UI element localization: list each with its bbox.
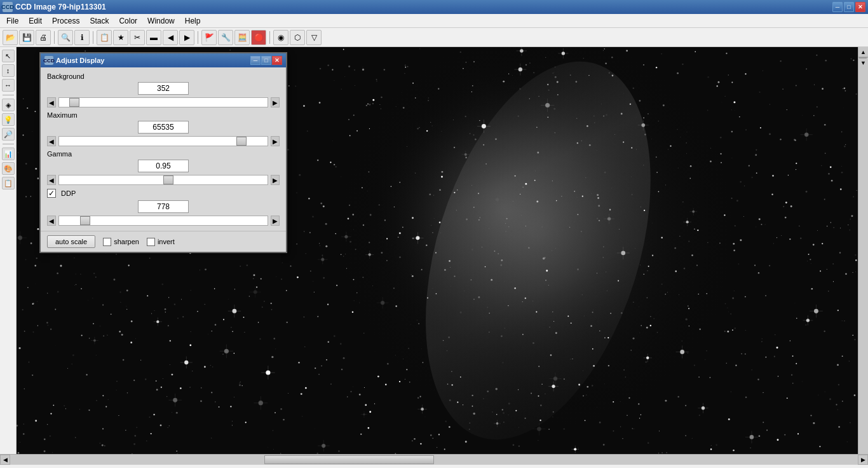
maximum-slider-left[interactable]: ◀ [47,136,56,146]
ddp-slider-row: ◀ ▶ [47,216,280,226]
menu-edit[interactable]: Edit [24,14,47,27]
window-controls: ─ □ ✕ [832,2,865,12]
title-bar: CCD CCD Image 79-hip113301 ─ □ ✕ [0,0,868,14]
toolbar-flag[interactable]: 🚩 [201,30,217,45]
background-slider-track[interactable] [58,97,268,107]
gamma-slider-left[interactable]: ◀ [47,175,56,185]
panel-icon: CCD [44,56,53,65]
horizontal-scroll-track[interactable] [10,455,858,464]
maximum-slider-row: ◀ ▶ [47,136,280,146]
image-area[interactable]: CCD Adjust Display ─ □ ✕ Background ◀ [17,47,858,454]
close-button[interactable]: ✕ [855,2,865,12]
sharpen-label: sharpen [114,238,139,245]
background-slider-left[interactable]: ◀ [47,97,56,107]
menu-file[interactable]: File [1,14,24,27]
tool-histogram[interactable]: 📊 [2,148,15,160]
tool-palette[interactable]: 🎨 [2,162,15,175]
ddp-input-row [47,200,280,213]
toolbar-print[interactable]: 🖨 [36,30,51,45]
maximum-input[interactable] [138,121,189,134]
scroll-down-button[interactable]: ▼ [858,57,868,67]
toolbar-search[interactable]: 🔍 [58,30,73,45]
gamma-slider-row: ◀ ▶ [47,175,280,185]
invert-checkbox-label[interactable]: invert [147,238,175,246]
toolbar-calc[interactable]: 🧮 [234,30,250,45]
toolbar-info[interactable]: ℹ [74,30,90,45]
ddp-label: DDP [61,189,76,197]
auto-scale-button[interactable]: auto scale [47,235,95,248]
left-tool-sep2 [3,144,14,144]
tool-zoom[interactable]: 🔎 [2,128,15,141]
toolbar-sep4 [269,31,270,44]
menu-color[interactable]: Color [114,14,142,27]
tool-arrow-vert[interactable]: ↕ [2,64,15,77]
ddp-row: ✓ DDP [47,189,280,198]
gamma-slider-right[interactable]: ▶ [271,175,280,185]
minimize-button[interactable]: ─ [832,2,843,12]
tool-arrow-horiz[interactable]: ↔ [2,79,15,92]
ddp-slider-track[interactable] [58,216,268,226]
horizontal-scrollbar[interactable]: ◀ ▶ [0,454,868,464]
scroll-right-button[interactable]: ▶ [858,455,868,465]
toolbar-save[interactable]: 💾 [19,30,34,45]
panel-title-bar[interactable]: CCD Adjust Display ─ □ ✕ [41,53,286,67]
toolbar-open[interactable]: 📂 [3,30,18,45]
toolbar-prev[interactable]: ◀ [163,30,178,45]
gamma-slider-track[interactable] [58,175,268,185]
toolbar-sep2 [93,31,93,44]
tool-light[interactable]: 💡 [2,113,15,126]
tool-clipboard[interactable]: 📋 [2,177,15,189]
maximum-slider-track[interactable] [58,136,268,146]
toolbar-clip[interactable]: 📋 [97,30,112,45]
sharpen-checkbox[interactable] [103,238,111,246]
panel-title-text: Adjust Display [56,57,250,64]
toolbar-funnel[interactable]: ▽ [306,30,322,45]
gamma-label: Gamma [47,150,280,158]
panel-minimize-button[interactable]: ─ [250,56,261,65]
toolbar-sep3 [198,31,198,44]
toolbar-hex[interactable]: ⬡ [290,30,305,45]
horizontal-scroll-thumb[interactable] [264,455,434,464]
app-icon: CCD [3,2,13,12]
ddp-input[interactable] [138,200,189,213]
scroll-left-button[interactable]: ◀ [0,455,10,465]
toolbar-wrench[interactable]: 🔧 [218,30,233,45]
ddp-slider-right[interactable]: ▶ [271,216,280,226]
toolbar-circle[interactable]: ◉ [273,30,288,45]
sharpen-checkbox-label[interactable]: sharpen [103,238,139,246]
background-input[interactable] [138,82,189,95]
maximum-label: Maximum [47,111,280,119]
ddp-slider-thumb[interactable] [80,216,90,225]
background-input-row [47,82,280,95]
menu-stack[interactable]: Stack [85,14,114,27]
panel-maximize-button[interactable]: □ [261,56,271,65]
scroll-up-button[interactable]: ▲ [858,47,868,57]
left-toolbar: ↖ ↕ ↔ ◈ 💡 🔎 📊 🎨 📋 [0,47,17,454]
ddp-slider-left[interactable]: ◀ [47,216,56,226]
gamma-param: Gamma ◀ ▶ [47,150,280,185]
tool-pointer[interactable]: ↖ [2,50,15,62]
vertical-scrollbar[interactable]: ▲ ▼ [858,47,868,454]
background-label: Background [47,72,280,80]
tool-crosshair[interactable]: ◈ [2,99,15,111]
menu-window[interactable]: Window [142,14,180,27]
toolbar-star[interactable]: ★ [113,30,128,45]
menu-process[interactable]: Process [47,14,85,27]
window-title: CCD Image 79-hip113301 [15,3,832,11]
background-slider-thumb[interactable] [69,98,79,107]
maximize-button[interactable]: □ [844,2,854,12]
maximum-slider-right[interactable]: ▶ [271,136,280,146]
gamma-slider-thumb[interactable] [163,176,173,184]
toolbar-rect[interactable]: ▬ [146,30,161,45]
toolbar-red[interactable]: 🔴 [251,30,266,45]
ddp-checkbox[interactable]: ✓ [47,189,56,198]
toolbar-next[interactable]: ▶ [179,30,194,45]
gamma-input[interactable] [138,160,189,172]
panel-close-button[interactable]: ✕ [272,56,282,65]
toolbar-cut[interactable]: ✂ [130,30,145,45]
invert-checkbox[interactable] [147,238,155,246]
vertical-scroll-thumb[interactable] [859,57,867,59]
menu-help[interactable]: Help [180,14,206,27]
maximum-slider-thumb[interactable] [236,137,247,146]
background-slider-right[interactable]: ▶ [271,97,280,107]
